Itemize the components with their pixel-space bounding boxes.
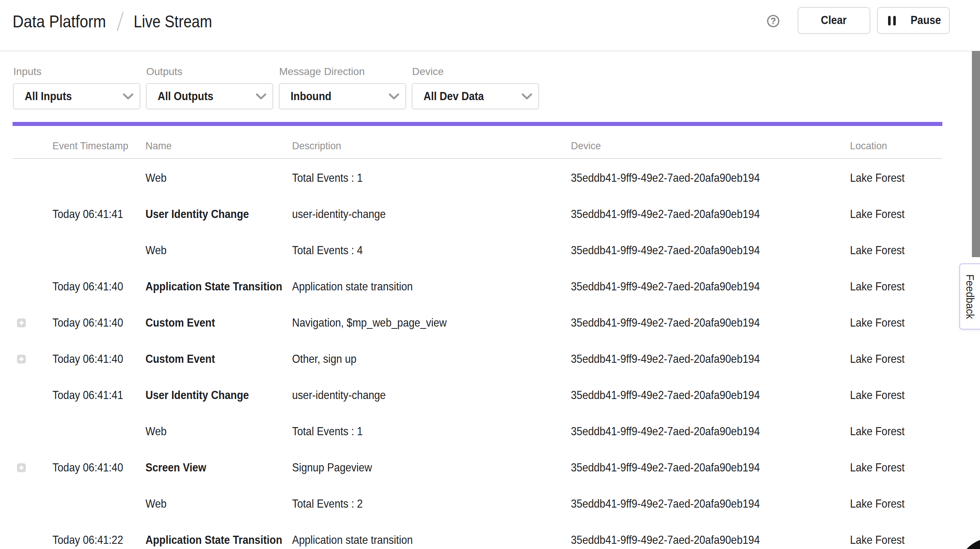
svg-text:?: ? — [771, 16, 776, 26]
